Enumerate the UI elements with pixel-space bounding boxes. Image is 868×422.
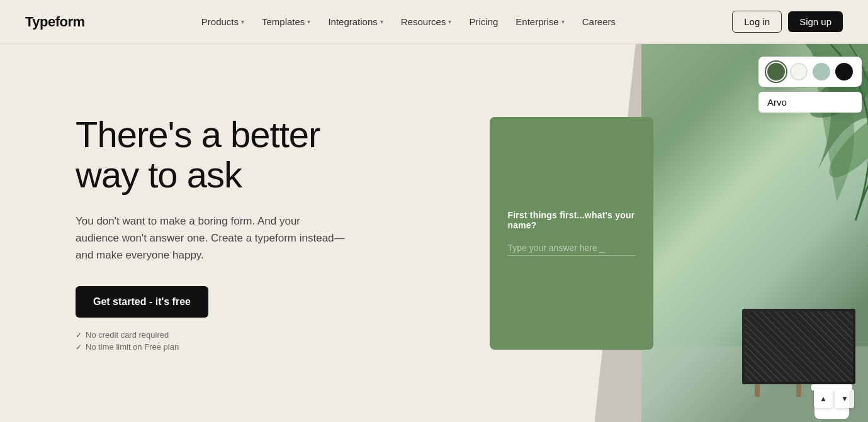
- footnote-no-time-limit: ✓ No time limit on Free plan: [76, 342, 439, 352]
- hero-footnotes: ✓ No credit card required ✓ No time limi…: [76, 330, 439, 352]
- nav-links: Products ▾ Templates ▾ Integrations ▾ Re…: [194, 13, 623, 31]
- signup-button[interactable]: Sign up: [788, 11, 843, 32]
- hero-subtext: You don't want to make a boring form. An…: [76, 213, 346, 264]
- font-name-label[interactable]: Arvo: [758, 92, 862, 113]
- nav-item-integrations[interactable]: Integrations ▾: [320, 13, 390, 31]
- check-icon: ✓: [76, 343, 82, 352]
- color-swatches-row: [758, 57, 862, 87]
- cabinet-decoration: [742, 309, 855, 384]
- chevron-down-icon: ▾: [307, 18, 310, 25]
- nav-link-pricing[interactable]: Pricing: [461, 13, 505, 31]
- nav-item-resources[interactable]: Resources ▾: [393, 13, 459, 31]
- hero-section: There's a better way to ask You don't wa…: [0, 44, 477, 422]
- form-answer-input[interactable]: Type your answer here _: [507, 243, 636, 256]
- hero-visual: First things first...what's your name? T…: [477, 44, 868, 422]
- nav-link-templates[interactable]: Templates ▾: [254, 13, 318, 31]
- chevron-down-icon: ▾: [241, 18, 244, 25]
- form-question-text: First things first...what's your name?: [507, 210, 636, 230]
- nav-arrow-up[interactable]: ▲: [814, 389, 833, 408]
- theme-picker-panel: Arvo: [758, 57, 862, 113]
- nav-item-enterprise[interactable]: Enterprise ▾: [508, 13, 572, 31]
- main-content: There's a better way to ask You don't wa…: [0, 44, 868, 422]
- chevron-down-icon: ▾: [561, 18, 565, 25]
- chevron-down-icon: ▾: [380, 18, 383, 25]
- check-icon: ✓: [76, 331, 82, 340]
- nav-link-enterprise[interactable]: Enterprise ▾: [508, 13, 572, 31]
- nav-item-careers[interactable]: Careers: [575, 13, 623, 31]
- hero-headline: There's a better way to ask: [76, 114, 439, 195]
- form-preview-card: First things first...what's your name? T…: [490, 117, 653, 350]
- footnote-no-credit-card: ✓ No credit card required: [76, 330, 439, 340]
- form-navigation-arrows: ▲ ▼: [814, 389, 854, 408]
- nav-link-resources[interactable]: Resources ▾: [393, 13, 459, 31]
- nav-link-integrations[interactable]: Integrations ▾: [320, 13, 390, 31]
- chevron-down-icon: ▾: [448, 18, 451, 25]
- nav-actions: Log in Sign up: [732, 11, 843, 33]
- brand-logo[interactable]: Typeform: [25, 14, 85, 30]
- swatch-light[interactable]: [790, 63, 808, 81]
- swatch-dark-green[interactable]: [767, 63, 785, 81]
- nav-item-products[interactable]: Products ▾: [194, 13, 252, 31]
- nav-arrow-down[interactable]: ▼: [835, 389, 854, 408]
- login-button[interactable]: Log in: [732, 11, 782, 33]
- nav-item-pricing[interactable]: Pricing: [461, 13, 505, 31]
- get-started-button[interactable]: Get started - it's free: [76, 286, 208, 318]
- swatch-black[interactable]: [835, 63, 853, 81]
- cabinet-leg: [755, 384, 760, 397]
- nav-link-products[interactable]: Products ▾: [194, 13, 252, 31]
- swatch-mint[interactable]: [813, 63, 830, 81]
- nav-item-templates[interactable]: Templates ▾: [254, 13, 318, 31]
- nav-link-careers[interactable]: Careers: [575, 13, 623, 31]
- navigation: Typeform Products ▾ Templates ▾ Integrat…: [0, 0, 868, 44]
- cabinet-leg: [796, 384, 801, 397]
